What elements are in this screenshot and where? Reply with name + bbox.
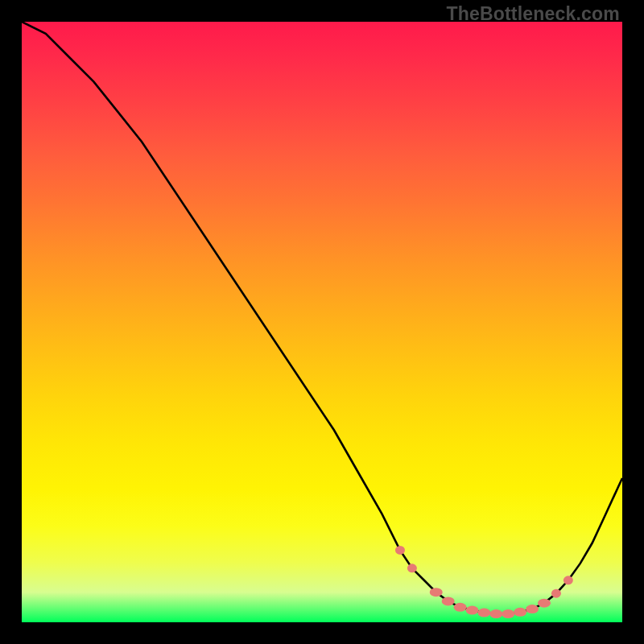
marker-dot [502,609,514,618]
chart-frame: TheBottleneck.com [0,0,644,644]
marker-dot [564,576,573,584]
marker-dot [477,609,490,617]
marker-dot [538,599,551,608]
marker-dot [514,608,526,617]
marker-dot [454,603,467,612]
marker-dot [551,589,561,598]
marker-dot [430,588,443,597]
curve-svg [22,22,622,622]
marker-dot [442,597,455,605]
marker-dot [395,546,405,555]
marker-dot [526,605,539,613]
marker-dot [489,609,502,618]
bottleneck-curve [22,22,622,614]
plot-area [22,22,622,622]
marker-dots [395,546,573,618]
marker-dot [407,564,417,572]
marker-dot [466,606,479,615]
